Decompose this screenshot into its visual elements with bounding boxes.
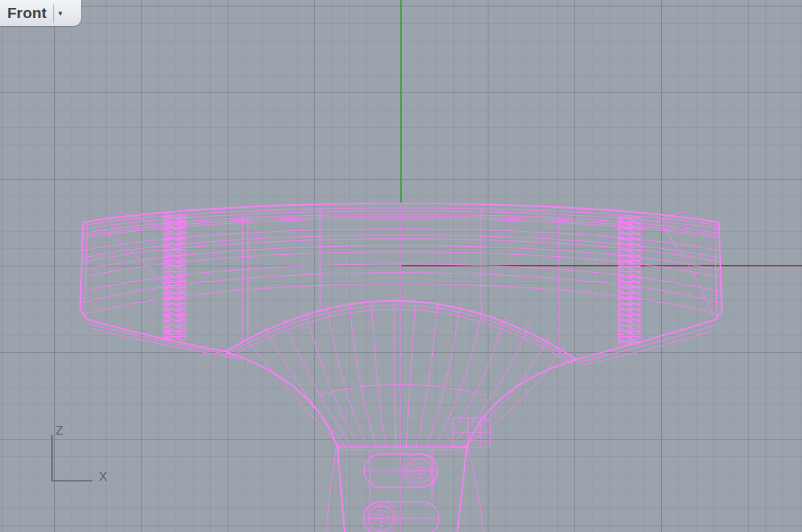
viewport-front[interactable]: Z X Front ▾ [0,0,802,532]
viewport-title-tab: Front ▾ [0,0,81,26]
viewport-title[interactable]: Front [7,4,53,22]
right-texture-band [618,217,640,345]
gnomon-z-label: Z [56,424,63,437]
viewport-menu-button[interactable]: ▾ [54,0,68,26]
chevron-down-icon: ▾ [59,9,63,17]
left-texture-band [164,214,186,340]
gnomon-x-label: X [99,470,107,484]
viewport-canvas[interactable]: Z X [0,0,802,532]
